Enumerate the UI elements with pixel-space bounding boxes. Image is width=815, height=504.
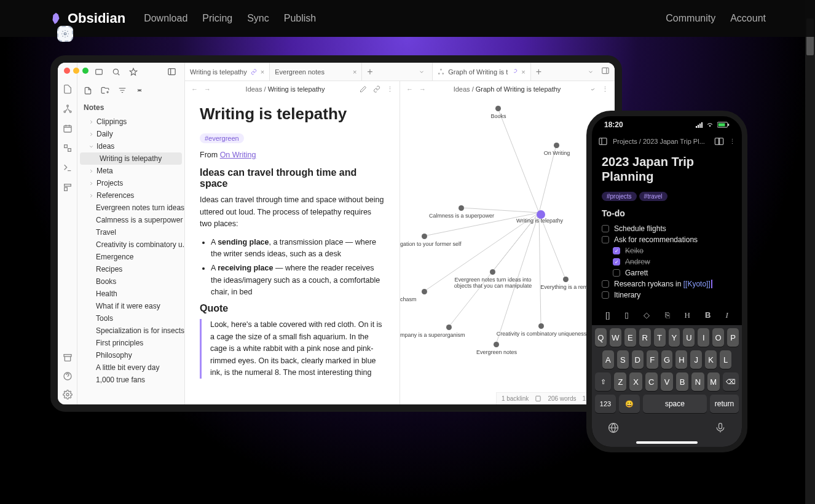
key-o[interactable]: O xyxy=(712,328,724,347)
key-y[interactable]: Y xyxy=(669,328,680,347)
tab-writing[interactable]: Writing is telepathy × xyxy=(185,63,270,81)
chevron-icon[interactable] xyxy=(89,132,94,137)
on-writing-link[interactable]: On Writing xyxy=(220,151,256,159)
todo-item[interactable]: Schedule flights xyxy=(602,223,732,234)
tree-item[interactable]: Writing is telepathy xyxy=(80,152,182,165)
sort-icon[interactable] xyxy=(118,86,127,95)
key-v[interactable]: V xyxy=(661,372,673,391)
more-icon[interactable]: ⋮ xyxy=(387,85,393,93)
chevron-icon[interactable] xyxy=(89,181,94,186)
new-folder-icon[interactable] xyxy=(101,86,109,95)
todo-item[interactable]: ✓Keiko xyxy=(602,245,732,256)
sidebar-right-icon[interactable] xyxy=(601,66,610,75)
key-g[interactable]: G xyxy=(661,350,673,369)
tree-item[interactable]: Emergence xyxy=(77,251,184,263)
edit-icon[interactable] xyxy=(360,85,367,93)
nav-link-community[interactable]: Community xyxy=(666,13,715,24)
archive-icon[interactable] xyxy=(63,353,73,363)
tag[interactable]: #travel xyxy=(639,192,667,201)
tree-item[interactable]: Calmness is a superpower xyxy=(77,214,184,226)
graph-node[interactable] xyxy=(554,143,559,148)
emoji-key[interactable]: 😀 xyxy=(619,395,640,413)
files-icon[interactable] xyxy=(63,84,73,94)
tree-item[interactable]: Clippings xyxy=(77,116,184,128)
todo-item[interactable]: Ask for recommendations xyxy=(602,234,732,245)
keyboard[interactable]: QWERTYUIOP ASDFGHJKL ⇧ ZXCVBNM⌫ 123 😀 sp… xyxy=(592,325,742,448)
breadcrumb[interactable]: Ideas / Writing is telepathy xyxy=(246,85,325,93)
tree-item[interactable]: Meta xyxy=(77,165,184,177)
bold-button[interactable]: B xyxy=(705,310,711,320)
collapse-icon[interactable] xyxy=(135,86,144,95)
graph-node[interactable] xyxy=(459,205,464,211)
close-icon[interactable]: × xyxy=(521,68,525,76)
chevron-icon[interactable] xyxy=(89,144,94,149)
close-icon[interactable]: × xyxy=(353,68,356,76)
tree-item[interactable]: Daily xyxy=(77,128,184,140)
new-tab-button[interactable]: + xyxy=(531,66,546,77)
tab-evergreen[interactable]: Evergreen notes × xyxy=(270,63,362,81)
back-icon[interactable]: ← xyxy=(191,85,198,93)
tag[interactable]: #projects xyxy=(602,192,637,201)
new-note-icon[interactable] xyxy=(84,86,92,95)
tag-button[interactable]: ◇ xyxy=(644,310,650,320)
reading-icon[interactable] xyxy=(714,136,724,146)
note-editor[interactable]: Writing is telepathy #evergreen From On … xyxy=(185,97,400,386)
page-button[interactable]: ▯ xyxy=(624,310,629,320)
key-t[interactable]: T xyxy=(654,328,666,347)
graph-node[interactable] xyxy=(422,289,427,294)
vault-icon[interactable] xyxy=(95,68,103,76)
tree-item[interactable]: What if it were easy xyxy=(77,300,184,312)
key-u[interactable]: U xyxy=(683,328,695,347)
key-d[interactable]: D xyxy=(632,350,644,369)
attach-button[interactable]: ⎘ xyxy=(665,310,670,320)
nav-link-sync[interactable]: Sync xyxy=(247,13,269,24)
sidebar-toggle-icon[interactable] xyxy=(167,67,176,76)
tree-item[interactable]: Creativity is combinatory u... xyxy=(77,238,184,251)
chevron-icon[interactable] xyxy=(89,119,94,125)
tree-item[interactable]: 1,000 true fans xyxy=(77,374,184,386)
key-c[interactable]: C xyxy=(645,372,658,391)
brackets-button[interactable]: [] xyxy=(605,310,610,320)
graph-node[interactable] xyxy=(446,325,452,330)
key-m[interactable]: M xyxy=(707,372,720,391)
graph-node[interactable] xyxy=(490,269,495,275)
chevron-down-icon[interactable] xyxy=(419,69,425,75)
key-q[interactable]: Q xyxy=(595,328,607,347)
forward-icon[interactable]: → xyxy=(204,85,211,93)
tree-item[interactable]: Health xyxy=(77,288,184,300)
link-icon[interactable] xyxy=(588,85,596,93)
mic-icon[interactable] xyxy=(714,422,726,434)
sidebar-icon[interactable] xyxy=(598,136,608,146)
key-l[interactable]: L xyxy=(720,350,731,369)
nav-link-pricing[interactable]: Pricing xyxy=(202,13,232,24)
tree-item[interactable]: Recipes xyxy=(77,263,184,275)
key-j[interactable]: J xyxy=(690,350,702,369)
template-icon[interactable] xyxy=(63,183,73,192)
key-z[interactable]: Z xyxy=(614,372,626,391)
back-icon[interactable]: ← xyxy=(406,85,413,93)
new-tab-button[interactable]: + xyxy=(362,66,377,77)
command-icon[interactable] xyxy=(63,163,73,173)
calendar-icon[interactable] xyxy=(63,124,73,133)
key-i[interactable]: I xyxy=(698,328,709,347)
chevron-icon[interactable] xyxy=(89,168,94,174)
tree-item[interactable]: Ideas xyxy=(77,140,184,152)
space-key[interactable]: space xyxy=(643,395,707,413)
key-r[interactable]: R xyxy=(639,328,651,347)
checkbox[interactable] xyxy=(602,291,609,299)
tree-item[interactable]: A little bit every day xyxy=(77,361,184,374)
checkbox[interactable] xyxy=(613,269,620,277)
tree-item[interactable]: First principles xyxy=(77,337,184,349)
breadcrumb[interactable]: Ideas / Graph of Writing is telepathy xyxy=(454,85,561,93)
italic-button[interactable]: I xyxy=(726,310,728,320)
key-k[interactable]: K xyxy=(705,350,717,369)
tree-item[interactable]: Books xyxy=(77,275,184,288)
checkbox[interactable] xyxy=(602,280,609,288)
shift-key[interactable]: ⇧ xyxy=(595,372,611,391)
key-s[interactable]: S xyxy=(617,350,629,369)
search-icon[interactable] xyxy=(112,68,120,76)
todo-item[interactable]: Itinerary xyxy=(602,289,732,301)
key-f[interactable]: F xyxy=(647,350,658,369)
graph-icon[interactable] xyxy=(63,104,73,114)
tag-evergreen[interactable]: #evergreen xyxy=(200,133,244,143)
